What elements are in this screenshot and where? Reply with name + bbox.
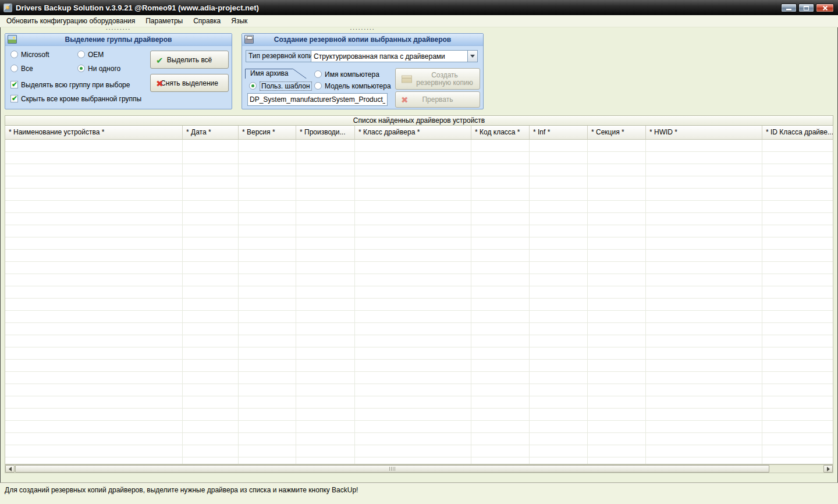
select-all-button[interactable]: ✔ Выделить всё bbox=[150, 51, 229, 69]
arrow-left-icon bbox=[9, 467, 12, 471]
radio-selected-icon bbox=[77, 65, 85, 72]
deselect-button-label: Снять выделение bbox=[161, 79, 218, 87]
radio-microsoft[interactable]: Microsoft bbox=[10, 50, 49, 59]
status-text: Для созданий резервных копий драйверов, … bbox=[5, 486, 358, 494]
radio-user-template[interactable]: Польз. шаблон bbox=[249, 81, 312, 90]
radio-oem[interactable]: OEM bbox=[77, 50, 104, 59]
radio-icon bbox=[10, 65, 18, 72]
window-title: Drivers Backup Solution v.3.9.21 @Romeo9… bbox=[16, 3, 259, 12]
radio-computer-model[interactable]: Модель компьютера bbox=[314, 81, 391, 90]
radio-icon bbox=[314, 82, 322, 90]
checkbox-hide-others-label: Скрыть все кроме выбранной группы bbox=[21, 95, 141, 103]
create-backup-button-label: Создать резервную копию bbox=[416, 72, 474, 87]
create-backup-button[interactable]: Создать резервную копию bbox=[395, 68, 480, 90]
red-x-icon: ✖ bbox=[401, 95, 409, 104]
table-column bbox=[296, 140, 355, 464]
deselect-button[interactable]: ✖ Снять выделение bbox=[150, 74, 229, 92]
column-header-version[interactable]: * Версия * bbox=[239, 126, 296, 139]
close-icon bbox=[822, 5, 828, 10]
maximize-button[interactable] bbox=[798, 3, 814, 12]
window-controls bbox=[781, 3, 834, 12]
minimize-icon bbox=[786, 9, 791, 10]
column-header-date[interactable]: * Дата * bbox=[183, 126, 239, 139]
radio-none-label: Ни одного bbox=[88, 65, 120, 73]
table-column bbox=[183, 140, 239, 464]
radio-none[interactable]: Ни одного bbox=[77, 64, 120, 73]
column-header-hwid[interactable]: * HWID * bbox=[646, 126, 762, 139]
decor-dots-right: ......... bbox=[242, 25, 484, 31]
scroll-right-button[interactable] bbox=[823, 465, 833, 473]
column-header-inf[interactable]: * Inf * bbox=[530, 126, 588, 139]
column-header-class-id[interactable]: * ID Класса драйве... bbox=[762, 126, 833, 139]
table-column bbox=[588, 140, 646, 464]
scrollbar-thumb[interactable] bbox=[15, 465, 769, 473]
radio-icon bbox=[10, 51, 18, 58]
backup-panel-title: Создание резервной копии выбранных драйв… bbox=[274, 36, 451, 44]
archive-name-tab-label: Имя архива bbox=[250, 69, 289, 78]
scroll-left-button[interactable] bbox=[5, 465, 15, 473]
checkbox-select-whole-group-label: Выделять всю группу при выборе bbox=[21, 81, 130, 89]
column-header-class-code[interactable]: * Код класса * bbox=[471, 126, 530, 139]
red-x-icon: ✖ bbox=[156, 79, 164, 87]
backup-panel-header: Создание резервной копии выбранных драйв… bbox=[242, 34, 483, 46]
chevron-down-icon bbox=[470, 55, 475, 58]
status-bar: Для созданий резервных копий драйверов, … bbox=[0, 482, 838, 504]
radio-oem-label: OEM bbox=[88, 51, 104, 59]
driver-group-selection-panel: Выделение группы драйверов Microsoft OEM… bbox=[5, 33, 232, 109]
backup-type-row: Тип резервной копии Структурированная па… bbox=[246, 50, 478, 62]
checkbox-hide-others[interactable]: Скрыть все кроме выбранной группы bbox=[10, 94, 141, 103]
checkbox-checked-icon bbox=[10, 81, 18, 88]
table-column bbox=[530, 140, 588, 464]
table-column bbox=[646, 140, 762, 464]
grip-icon bbox=[389, 467, 396, 471]
decor-dots-left: ......... bbox=[5, 25, 232, 31]
driver-list-title: Список найденных драйверов устройств bbox=[5, 115, 833, 126]
radio-user-template-label: Польз. шаблон bbox=[260, 81, 312, 91]
radio-icon bbox=[77, 51, 85, 58]
table-column bbox=[239, 140, 296, 464]
radio-icon bbox=[314, 70, 322, 78]
radio-selected-icon bbox=[249, 82, 257, 90]
checkbox-select-whole-group[interactable]: Выделять всю группу при выборе bbox=[10, 80, 130, 89]
column-header-section[interactable]: * Секция * bbox=[588, 126, 646, 139]
picture-icon bbox=[8, 35, 17, 44]
table-column bbox=[762, 140, 833, 464]
table-column bbox=[355, 140, 471, 464]
select-all-button-label: Выделить всё bbox=[167, 56, 212, 64]
backup-type-selected-option: Структурированная папка с драйверами bbox=[311, 52, 467, 61]
abort-button[interactable]: ✖ Прервать bbox=[395, 91, 480, 108]
app-icon[interactable] bbox=[3, 3, 12, 12]
radio-computer-name-label: Имя компьютера bbox=[325, 70, 379, 79]
table-column bbox=[5, 140, 183, 464]
minimize-button[interactable] bbox=[781, 3, 797, 12]
title-bar: Drivers Backup Solution v.3.9.21 @Romeo9… bbox=[0, 0, 838, 15]
close-button[interactable] bbox=[816, 3, 834, 12]
archive-name-tab[interactable]: Имя архива bbox=[245, 69, 307, 79]
table-column bbox=[471, 140, 530, 464]
horizontal-scrollbar[interactable] bbox=[5, 464, 833, 473]
selection-panel-title: Выделение группы драйверов bbox=[65, 36, 172, 44]
driver-list-body bbox=[5, 140, 833, 464]
column-header-driver-class[interactable]: * Класс драйвера * bbox=[355, 126, 471, 139]
radio-computer-name[interactable]: Имя компьютера bbox=[314, 70, 379, 79]
green-check-icon: ✔ bbox=[156, 55, 164, 64]
radio-all[interactable]: Все bbox=[10, 64, 33, 73]
maximize-icon bbox=[804, 6, 809, 10]
printer-icon bbox=[244, 35, 254, 44]
radio-microsoft-label: Microsoft bbox=[21, 51, 49, 59]
column-header-device-name[interactable]: * Наименование устройства * bbox=[5, 126, 183, 139]
dropdown-button[interactable] bbox=[467, 51, 477, 62]
radio-all-label: Все bbox=[21, 65, 33, 73]
column-header-manufacturer[interactable]: * Производи... bbox=[296, 126, 355, 139]
driver-list-column-header: * Наименование устройства * * Дата * * В… bbox=[5, 126, 833, 140]
abort-button-label: Прервать bbox=[422, 95, 453, 104]
package-icon bbox=[402, 75, 412, 83]
backup-type-label: Тип резервной копии bbox=[246, 51, 311, 62]
checkbox-checked-icon bbox=[10, 95, 18, 102]
backup-type-select[interactable]: Структурированная папка с драйверами bbox=[311, 51, 477, 62]
archive-name-template-input[interactable] bbox=[247, 93, 388, 106]
arrow-right-icon bbox=[827, 467, 830, 471]
radio-computer-model-label: Модель компьютера bbox=[325, 82, 391, 90]
backup-creation-panel: Создание резервной копии выбранных драйв… bbox=[242, 33, 484, 109]
selection-panel-header: Выделение группы драйверов bbox=[5, 34, 232, 46]
